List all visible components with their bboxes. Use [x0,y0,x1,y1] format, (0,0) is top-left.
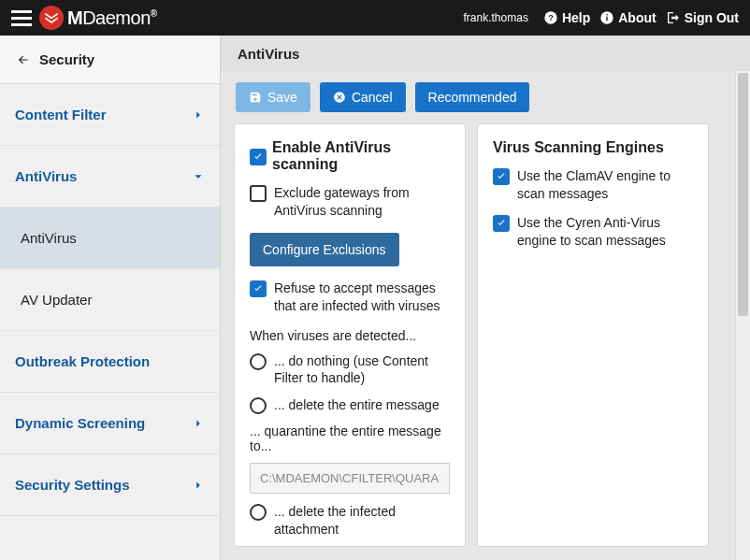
refuse-infected-checkbox[interactable] [250,280,267,297]
nav-outbreak-protection[interactable]: Outbreak Protection [0,331,220,393]
engines-card: Virus Scanning Engines Use the ClamAV en… [477,123,709,547]
sign-out-link[interactable]: Sign Out [666,10,739,25]
radio-do-nothing-label: ... do nothing (use Content Filter to ha… [274,352,450,388]
chevron-right-icon [192,417,205,430]
quarantine-msg-label: ... quarantine the entire message to... [250,424,450,453]
toolbar: Save Cancel Recommended [221,71,750,123]
info-icon [599,10,614,25]
about-link[interactable]: About [599,10,656,25]
clamav-checkbox[interactable] [493,168,510,185]
cyren-checkbox[interactable] [493,215,510,232]
nav-security-settings[interactable]: Security Settings [0,454,220,516]
clamav-label: Use the ClamAV engine to scan messages [517,167,693,203]
enable-antivirus-card: Enable AntiVirus scanning Exclude gatewa… [234,123,466,547]
radio-delete-message-label: ... delete the entire message [274,396,440,414]
radio-delete-message[interactable] [250,397,267,414]
radio-delete-attachment[interactable] [250,504,267,521]
nav-dynamic-screening[interactable]: Dynamic Screening [0,393,220,454]
sign-out-icon [666,10,681,25]
current-user: frank.thomas [464,11,528,24]
quarantine-path-input[interactable] [250,463,450,494]
save-button[interactable]: Save [236,82,310,112]
exclude-gateways-label: Exclude gateways from AntiVirus scanning [274,184,450,220]
save-icon [249,91,262,104]
enable-antivirus-heading: Enable AntiVirus scanning [272,139,450,173]
svg-rect-3 [607,17,608,22]
detect-label: When viruses are detected... [250,328,450,343]
nav-antivirus-avupdater[interactable]: AV Updater [0,269,220,331]
recommended-button[interactable]: Recommended [415,82,530,112]
cyren-label: Use the Cyren Anti-Virus engine to scan … [517,214,693,250]
back-icon [15,53,32,66]
cancel-icon [333,91,346,104]
content-area: AntiVirus Save Cancel Recommended [221,36,750,560]
breadcrumb[interactable]: Security [0,36,220,84]
brand-text: MDaemon® [67,7,157,29]
brand-icon [39,6,64,30]
radio-delete-attachment-label: ... delete the infected attachment [274,503,450,538]
chevron-right-icon [192,108,205,122]
refuse-infected-label: Refuse to accept messages that are infec… [274,280,450,315]
engines-heading: Virus Scanning Engines [493,139,693,156]
hamburger-menu[interactable] [11,10,32,26]
brand-logo[interactable]: MDaemon® [39,6,157,30]
help-icon: ? [543,10,558,25]
chevron-down-icon [192,170,205,183]
configure-exclusions-button[interactable]: Configure Exclusions [250,233,399,266]
radio-do-nothing[interactable] [250,353,267,370]
exclude-gateways-checkbox[interactable] [250,185,267,202]
svg-text:?: ? [548,13,554,22]
chevron-right-icon [192,479,205,492]
nav-content-filter[interactable]: Content Filter [0,84,220,146]
sidebar: Security Content Filter AntiVirus AntiVi… [0,36,221,560]
scrollbar[interactable] [735,71,750,560]
topbar: MDaemon® frank.thomas ? Help About Sign … [0,0,750,36]
page-title: AntiVirus [221,36,750,71]
nav-antivirus[interactable]: AntiVirus [0,146,220,208]
enable-antivirus-checkbox[interactable] [250,149,267,165]
help-link[interactable]: ? Help [543,10,590,25]
scrollbar-thumb[interactable] [738,73,748,316]
nav-antivirus-antivirus[interactable]: AntiVirus [0,208,220,269]
cancel-button[interactable]: Cancel [320,82,406,112]
svg-rect-4 [607,14,608,15]
